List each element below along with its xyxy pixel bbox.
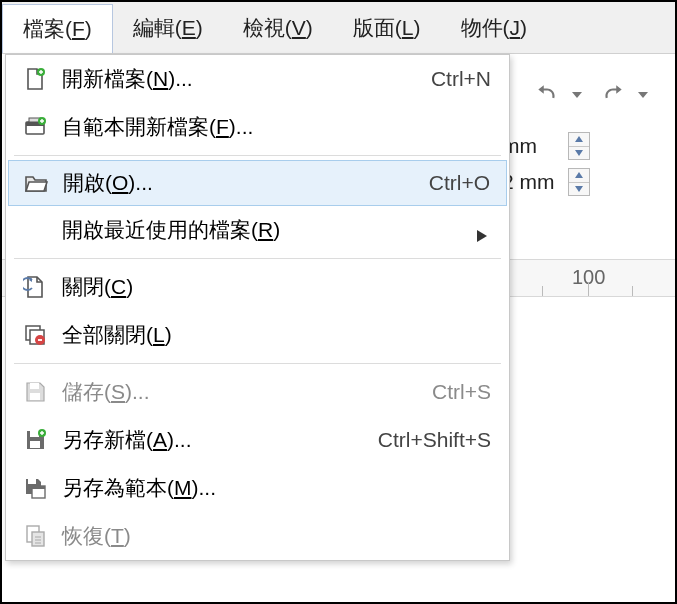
menubar-item-v[interactable]: 檢視(V): [223, 2, 333, 53]
menubar-item-label: 檢視(V): [243, 14, 313, 42]
menu-item-shortcut: Ctrl+Shift+S: [378, 428, 491, 452]
menu-item-label: 開啟(O)...: [63, 169, 419, 197]
menu-item-s: 儲存(S)...Ctrl+S: [6, 368, 509, 416]
menubar-item-label: 編輯(E): [133, 14, 203, 42]
menu-item-o[interactable]: 開啟(O)...Ctrl+O: [8, 160, 507, 206]
save-template-icon: [20, 473, 50, 503]
spinner-0[interactable]: [568, 132, 590, 160]
open-folder-icon: [21, 168, 51, 198]
menu-item-shortcut: Ctrl+S: [432, 380, 491, 404]
svg-rect-13: [28, 479, 36, 484]
svg-rect-15: [32, 486, 45, 489]
menu-item-label: 另存為範本(M)...: [62, 474, 491, 502]
redo-dropdown-arrow-icon[interactable]: [638, 90, 650, 102]
undo-button[interactable]: [528, 77, 566, 115]
menubar: 檔案(F)編輯(E)檢視(V)版面(L)物件(J): [2, 2, 675, 54]
revert-icon: [20, 521, 50, 551]
menu-item-r[interactable]: 開啟最近使用的檔案(R): [6, 206, 509, 254]
menubar-item-f[interactable]: 檔案(F): [2, 4, 113, 53]
menu-item-m[interactable]: 另存為範本(M)...: [6, 464, 509, 512]
close-doc-icon: [20, 272, 50, 302]
save-as-icon: [20, 425, 50, 455]
close-all-icon: [20, 320, 50, 350]
svg-rect-17: [32, 532, 44, 546]
property-value-1: 2 mm: [502, 170, 562, 194]
submenu-arrow-icon: [477, 223, 491, 237]
menu-item-label: 開啟最近使用的檔案(R): [62, 216, 467, 244]
redo-button[interactable]: [594, 77, 632, 115]
menu-item-shortcut: Ctrl+N: [431, 67, 491, 91]
menu-item-t: 恢復(T): [6, 512, 509, 560]
file-menu-dropdown: 開新檔案(N)...Ctrl+N自範本開新檔案(F)...開啟(O)...Ctr…: [5, 54, 510, 561]
menubar-item-l[interactable]: 版面(L): [333, 2, 441, 53]
undo-dropdown-arrow-icon[interactable]: [572, 90, 584, 102]
menu-separator: [14, 155, 501, 156]
property-value-0: mm: [502, 134, 562, 158]
chevron-up-icon[interactable]: [569, 133, 589, 146]
menu-item-label: 另存新檔(A)...: [62, 426, 368, 454]
menu-item-a[interactable]: 另存新檔(A)...Ctrl+Shift+S: [6, 416, 509, 464]
new-template-icon: [20, 112, 50, 142]
no-icon: [20, 215, 50, 245]
menu-item-label: 全部關閉(L): [62, 321, 491, 349]
menu-item-l[interactable]: 全部關閉(L): [6, 311, 509, 359]
menu-item-shortcut: Ctrl+O: [429, 171, 490, 195]
menubar-item-e[interactable]: 編輯(E): [113, 2, 223, 53]
svg-rect-11: [30, 441, 40, 448]
chevron-down-icon[interactable]: [569, 182, 589, 196]
menubar-item-label: 物件(J): [461, 14, 528, 42]
menu-item-label: 自範本開新檔案(F)...: [62, 113, 491, 141]
svg-rect-10: [30, 431, 39, 437]
menu-item-c[interactable]: 關閉(C): [6, 263, 509, 311]
menu-item-label: 恢復(T): [62, 522, 491, 550]
chevron-up-icon[interactable]: [569, 169, 589, 182]
spinner-1[interactable]: [568, 168, 590, 196]
chevron-down-icon[interactable]: [569, 146, 589, 160]
menubar-item-label: 版面(L): [353, 14, 421, 42]
menu-item-f[interactable]: 自範本開新檔案(F)...: [6, 103, 509, 151]
svg-rect-8: [30, 383, 39, 389]
save-icon: [20, 377, 50, 407]
menubar-item-j[interactable]: 物件(J): [441, 2, 548, 53]
menu-item-label: 關閉(C): [62, 273, 491, 301]
new-file-icon: [20, 64, 50, 94]
menu-separator: [14, 258, 501, 259]
menubar-item-label: 檔案(F): [23, 15, 92, 43]
menu-item-label: 開新檔案(N)...: [62, 65, 421, 93]
svg-rect-9: [30, 393, 40, 400]
menu-item-label: 儲存(S)...: [62, 378, 422, 406]
menu-separator: [14, 363, 501, 364]
menu-item-n[interactable]: 開新檔案(N)...Ctrl+N: [6, 55, 509, 103]
